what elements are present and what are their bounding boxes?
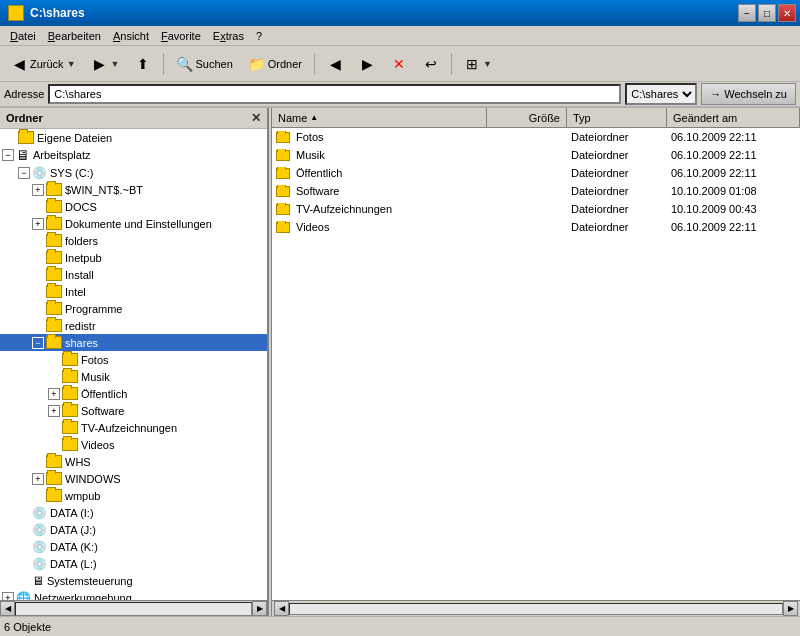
tree-item-dokumente[interactable]: + Dokumente und Einstellungen: [0, 215, 267, 232]
folder-icon-dokumente: [46, 217, 62, 230]
tree-item-docs[interactable]: DOCS: [0, 198, 267, 215]
file-row-tv[interactable]: TV-Aufzeichnungen Dateiordner 10.10.2009…: [272, 200, 800, 218]
tree-label-data-k: DATA (K:): [50, 541, 98, 553]
file-row-videos[interactable]: Videos Dateiordner 06.10.2009 22:11: [272, 218, 800, 236]
menu-extras[interactable]: Extras: [207, 29, 250, 43]
close-button[interactable]: ✕: [778, 4, 796, 22]
panel-header: Ordner ✕: [0, 108, 267, 129]
col-size-label: Größe: [529, 112, 560, 124]
expander-oeffentlich-sub[interactable]: +: [48, 388, 60, 400]
expander-netzwerk[interactable]: +: [2, 592, 14, 601]
file-folder-icon-software: [276, 186, 290, 197]
tree-item-eigene[interactable]: Eigene Dateien: [0, 129, 267, 146]
tree-label-eigene: Eigene Dateien: [37, 132, 112, 144]
col-header-type[interactable]: Typ: [567, 108, 667, 127]
nav-prev-button[interactable]: ◀: [320, 50, 350, 78]
expander-sys-c[interactable]: −: [18, 167, 30, 179]
tree-label-data-l: DATA (L:): [50, 558, 97, 570]
tree-item-folders[interactable]: folders: [0, 232, 267, 249]
go-button[interactable]: → Wechseln zu: [701, 83, 796, 105]
nav-next-button[interactable]: ▶: [352, 50, 382, 78]
expander-arbeitsplatz[interactable]: −: [2, 149, 14, 161]
tree-item-sys-c[interactable]: − 💿 SYS (C:): [0, 164, 267, 181]
file-row-oeffentlich[interactable]: Öffentlich Dateiordner 06.10.2009 22:11: [272, 164, 800, 182]
expander-dokumente[interactable]: +: [32, 218, 44, 230]
file-list[interactable]: Fotos Dateiordner 06.10.2009 22:11 Musik…: [272, 128, 800, 600]
tree-item-programme[interactable]: Programme: [0, 300, 267, 317]
tree-item-inetpub[interactable]: Inetpub: [0, 249, 267, 266]
menu-favoriten[interactable]: Favorite: [155, 29, 207, 43]
tree-item-systemsteuerung[interactable]: 🖥 Systemsteuerung: [0, 572, 267, 589]
folder-icon-redistr: [46, 319, 62, 332]
delete-icon: ✕: [391, 56, 407, 72]
undo-button[interactable]: ↩: [416, 50, 446, 78]
tree-item-wmpub[interactable]: wmpub: [0, 487, 267, 504]
toolbar: ◀ Zurück ▼ ▶ ▼ ⬆ 🔍 Suchen 📁 Ordner ◀ ▶ ✕…: [0, 46, 800, 82]
address-input[interactable]: C:\shares: [48, 84, 621, 104]
tree-item-data-k[interactable]: 💿 DATA (K:): [0, 538, 267, 555]
file-name-musik: Musik: [272, 149, 487, 161]
expander-winnt[interactable]: +: [32, 184, 44, 196]
expander-windows[interactable]: +: [32, 473, 44, 485]
address-dropdown[interactable]: C:\shares: [625, 83, 697, 105]
tree-item-intel[interactable]: Intel: [0, 283, 267, 300]
view-button[interactable]: ⊞ ▼: [457, 50, 499, 78]
tree-label-videos-sub: Videos: [81, 439, 114, 451]
file-name-videos: Videos: [272, 221, 487, 233]
panel-close-button[interactable]: ✕: [251, 111, 261, 125]
expander-software-sub[interactable]: +: [48, 405, 60, 417]
delete-button[interactable]: ✕: [384, 50, 414, 78]
tree-item-winnt[interactable]: + $WIN_NT$.~BT: [0, 181, 267, 198]
tree-item-whs[interactable]: WHS: [0, 453, 267, 470]
folder-tree[interactable]: Eigene Dateien − 🖥 Arbeitsplatz − 💿 SYS …: [0, 129, 267, 600]
tree-item-netzwerk[interactable]: + 🌐 Netzwerkumgebung: [0, 589, 267, 600]
folder-button[interactable]: 📁 Ordner: [242, 50, 309, 78]
tree-hscrollbar[interactable]: ◀ ▶: [0, 600, 267, 616]
col-header-modified[interactable]: Geändert am: [667, 108, 800, 127]
file-hscrollbar[interactable]: ◀ ▶: [272, 600, 800, 616]
menu-ansicht[interactable]: Ansicht: [107, 29, 155, 43]
tree-label-redistr: redistr: [65, 320, 96, 332]
tree-item-arbeitsplatz[interactable]: − 🖥 Arbeitsplatz: [0, 146, 267, 164]
minimize-button[interactable]: −: [738, 4, 756, 22]
tree-item-data-j[interactable]: 💿 DATA (J:): [0, 521, 267, 538]
tree-item-musik-sub[interactable]: Musik: [0, 368, 267, 385]
tree-item-shares[interactable]: − shares: [0, 334, 267, 351]
menu-datei[interactable]: Datei: [4, 29, 42, 43]
menu-hilfe[interactable]: ?: [250, 29, 268, 43]
file-name-fotos: Fotos: [272, 131, 487, 143]
search-button[interactable]: 🔍 Suchen: [169, 50, 239, 78]
forward-button[interactable]: ▶ ▼: [85, 50, 127, 78]
tree-label-intel: Intel: [65, 286, 86, 298]
tree-item-windows[interactable]: + WINDOWS: [0, 470, 267, 487]
file-list-header: Name ▲ Größe Typ Geändert am: [272, 108, 800, 128]
hscroll-left-btn[interactable]: ◀: [0, 601, 15, 616]
maximize-button[interactable]: □: [758, 4, 776, 22]
tree-item-fotos-sub[interactable]: Fotos: [0, 351, 267, 368]
tree-item-data-i[interactable]: 💿 DATA (I:): [0, 504, 267, 521]
up-button[interactable]: ⬆: [128, 50, 158, 78]
tree-item-oeffentlich-sub[interactable]: + Öffentlich: [0, 385, 267, 402]
back-dropdown-arrow: ▼: [67, 59, 76, 69]
file-hscroll-left-btn[interactable]: ◀: [274, 601, 289, 616]
back-button[interactable]: ◀ Zurück ▼: [4, 50, 83, 78]
file-row-fotos[interactable]: Fotos Dateiordner 06.10.2009 22:11: [272, 128, 800, 146]
hscroll-right-btn[interactable]: ▶: [252, 601, 267, 616]
back-label: Zurück: [30, 58, 64, 70]
tree-item-redistr[interactable]: redistr: [0, 317, 267, 334]
file-row-software[interactable]: Software Dateiordner 10.10.2009 01:08: [272, 182, 800, 200]
tree-item-software-sub[interactable]: + Software: [0, 402, 267, 419]
folder-icon-videos-sub: [62, 438, 78, 451]
expander-shares[interactable]: −: [32, 337, 44, 349]
col-header-name[interactable]: Name ▲: [272, 108, 487, 127]
forward-icon: ▶: [92, 56, 108, 72]
file-name-software: Software: [272, 185, 487, 197]
file-hscroll-right-btn[interactable]: ▶: [783, 601, 798, 616]
file-row-musik[interactable]: Musik Dateiordner 06.10.2009 22:11: [272, 146, 800, 164]
tree-item-install[interactable]: Install: [0, 266, 267, 283]
tree-item-data-l[interactable]: 💿 DATA (L:): [0, 555, 267, 572]
menu-bearbeiten[interactable]: Bearbeiten: [42, 29, 107, 43]
tree-item-videos-sub[interactable]: Videos: [0, 436, 267, 453]
tree-item-tv-sub[interactable]: TV-Aufzeichnungen: [0, 419, 267, 436]
col-header-size[interactable]: Größe: [487, 108, 567, 127]
